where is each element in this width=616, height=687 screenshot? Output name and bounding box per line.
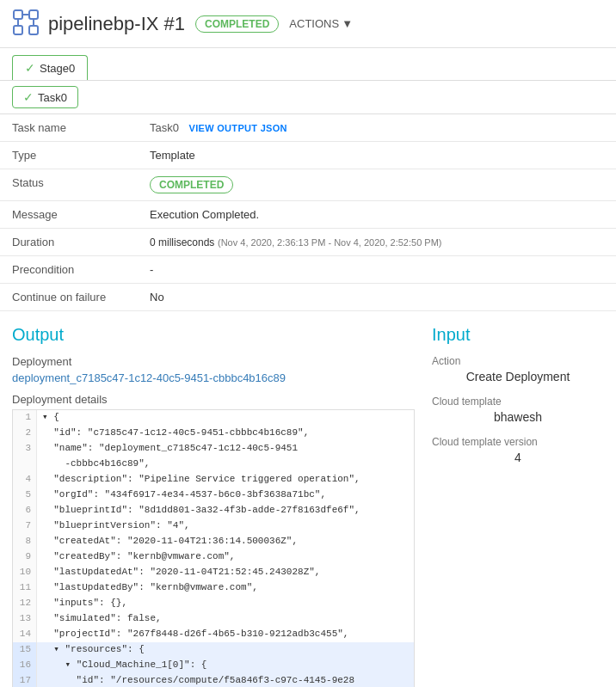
code-line: 12 "inputs": {}, bbox=[13, 596, 414, 611]
input-title: Input bbox=[432, 325, 604, 345]
actions-button[interactable]: ACTIONS ▼ bbox=[289, 17, 353, 30]
code-line: 2 "id": "c7185c47-1c12-40c5-9451-cbbbc4b… bbox=[13, 426, 414, 441]
line-number: 16 bbox=[13, 658, 37, 673]
status-badge-completed: COMPLETED bbox=[150, 176, 233, 193]
code-line: -cbbbc4b16c89", bbox=[13, 457, 414, 472]
line-number: 5 bbox=[13, 488, 37, 503]
view-output-json-link[interactable]: VIEW OUTPUT JSON bbox=[189, 123, 287, 133]
line-number: 8 bbox=[13, 534, 37, 549]
svg-rect-0 bbox=[14, 10, 22, 19]
continue-failure-label: Continue on failure bbox=[0, 284, 138, 311]
line-number: 13 bbox=[13, 611, 37, 627]
task-name-value[interactable]: Task0 bbox=[150, 121, 179, 134]
cloud-template-label: Cloud template bbox=[432, 396, 604, 408]
stage0-label: Stage0 bbox=[40, 62, 75, 75]
pipeline-icon bbox=[12, 9, 40, 39]
line-content: "id": "/resources/compute/f5a846f3-c97c-… bbox=[37, 673, 414, 687]
line-number: 14 bbox=[13, 627, 37, 642]
input-section: Input Action Create Deployment Cloud tem… bbox=[432, 325, 604, 687]
code-line: 6 "blueprintId": "8d1dd801-3a32-4f3b-add… bbox=[13, 503, 414, 518]
cloud-template-group: Cloud template bhawesh bbox=[432, 396, 604, 424]
task-check-icon: ✓ bbox=[23, 90, 34, 104]
line-number: 2 bbox=[13, 426, 37, 441]
line-number bbox=[13, 457, 37, 472]
duration-range: (Nov 4, 2020, 2:36:13 PM - Nov 4, 2020, … bbox=[218, 237, 441, 248]
cloud-template-version-value: 4 bbox=[432, 451, 604, 464]
type-row: Type Template bbox=[0, 142, 616, 169]
cloud-template-version-label: Cloud template version bbox=[432, 436, 604, 448]
output-input-container: Output Deployment deployment_c7185c47-1c… bbox=[0, 325, 616, 687]
line-content: ▾ { bbox=[37, 410, 414, 426]
deployment-link[interactable]: deployment_c7185c47-1c12-40c5-9451-cbbbc… bbox=[12, 371, 415, 384]
action-label: Action bbox=[432, 355, 604, 367]
line-content: "blueprintId": "8d1dd801-3a32-4f3b-adde-… bbox=[37, 503, 414, 518]
line-number: 10 bbox=[13, 565, 37, 580]
code-line: 11 "lastUpdatedBy": "kernb@vmware.com", bbox=[13, 580, 414, 596]
code-line: 7 "blueprintVersion": "4", bbox=[13, 518, 414, 534]
line-number: 9 bbox=[13, 549, 37, 565]
status-label: Status bbox=[0, 169, 138, 201]
details-table: Task name Task0 VIEW OUTPUT JSON Type Te… bbox=[0, 114, 616, 311]
line-content: -cbbbc4b16c89", bbox=[37, 457, 414, 472]
stage0-tab[interactable]: ✓ Stage0 bbox=[12, 55, 88, 80]
line-number: 11 bbox=[13, 580, 37, 596]
line-content: ▾ "Cloud_Machine_1[0]": { bbox=[37, 658, 414, 673]
code-line: 14 "projectId": "267f8448-d26f-4b65-b310… bbox=[13, 627, 414, 642]
deployment-label: Deployment bbox=[12, 355, 415, 368]
message-value: Execution Completed. bbox=[138, 201, 616, 229]
code-line: 8 "createdAt": "2020-11-04T21:36:14.5000… bbox=[13, 534, 414, 549]
precondition-label: Precondition bbox=[0, 256, 138, 284]
line-number: 15 bbox=[13, 642, 37, 658]
line-content: "orgId": "434f6917-4e34-4537-b6c0-3bf363… bbox=[37, 488, 414, 503]
line-number: 1 bbox=[13, 410, 37, 426]
page-header: pipelinebp-IX #1 COMPLETED ACTIONS ▼ bbox=[0, 0, 616, 48]
svg-rect-2 bbox=[14, 26, 22, 34]
code-line: 1▾ { bbox=[13, 410, 414, 426]
duration-value: 0 milliseconds bbox=[150, 236, 214, 248]
code-line: 17 "id": "/resources/compute/f5a846f3-c9… bbox=[13, 673, 414, 687]
line-content: "lastUpdatedAt": "2020-11-04T21:52:45.24… bbox=[37, 565, 414, 580]
line-number: 3 bbox=[13, 441, 37, 457]
code-line: 3 "name": "deployment_c7185c47-1c12-40c5… bbox=[13, 441, 414, 457]
svg-rect-3 bbox=[29, 26, 38, 34]
task0-tab[interactable]: ✓ Task0 bbox=[12, 86, 78, 108]
stage-tabs: ✓ Stage0 bbox=[0, 48, 616, 81]
code-line: 16 ▾ "Cloud_Machine_1[0]": { bbox=[13, 658, 414, 673]
line-content: "lastUpdatedBy": "kernb@vmware.com", bbox=[37, 580, 414, 596]
line-number: 7 bbox=[13, 518, 37, 534]
deployment-details-label: Deployment details bbox=[12, 393, 415, 406]
code-line: 15 ▾ "resources": { bbox=[13, 642, 414, 658]
action-group: Action Create Deployment bbox=[432, 355, 604, 383]
type-value: Template bbox=[138, 142, 616, 169]
continue-failure-value: No bbox=[138, 284, 616, 311]
line-content: "projectId": "267f8448-d26f-4b65-b310-92… bbox=[37, 627, 414, 642]
line-content: ▾ "resources": { bbox=[37, 642, 414, 658]
precondition-row: Precondition - bbox=[0, 256, 616, 284]
output-title: Output bbox=[12, 325, 415, 345]
task0-label: Task0 bbox=[38, 91, 67, 104]
action-value: Create Deployment bbox=[432, 370, 604, 383]
code-line: 10 "lastUpdatedAt": "2020-11-04T21:52:45… bbox=[13, 565, 414, 580]
svg-rect-1 bbox=[29, 10, 38, 19]
message-label: Message bbox=[0, 201, 138, 229]
line-content: "blueprintVersion": "4", bbox=[37, 518, 414, 534]
line-content: "createdAt": "2020-11-04T21:36:14.500036… bbox=[37, 534, 414, 549]
message-row: Message Execution Completed. bbox=[0, 201, 616, 229]
line-content: "description": "Pipeline Service trigger… bbox=[37, 472, 414, 488]
code-block[interactable]: 1▾ {2 "id": "c7185c47-1c12-40c5-9451-cbb… bbox=[12, 409, 415, 687]
cloud-template-value: bhawesh bbox=[432, 410, 604, 424]
line-content: "inputs": {}, bbox=[37, 596, 414, 611]
type-label: Type bbox=[0, 142, 138, 169]
code-line: 5 "orgId": "434f6917-4e34-4537-b6c0-3bf3… bbox=[13, 488, 414, 503]
output-section: Output Deployment deployment_c7185c47-1c… bbox=[12, 325, 415, 687]
line-number: 4 bbox=[13, 472, 37, 488]
line-content: "id": "c7185c47-1c12-40c5-9451-cbbbc4b16… bbox=[37, 426, 414, 441]
task-name-row: Task name Task0 VIEW OUTPUT JSON bbox=[0, 114, 616, 142]
duration-label: Duration bbox=[0, 229, 138, 256]
status-row: Status COMPLETED bbox=[0, 169, 616, 201]
precondition-value: - bbox=[138, 256, 616, 284]
chevron-down-icon: ▼ bbox=[342, 17, 353, 30]
code-line: 4 "description": "Pipeline Service trigg… bbox=[13, 472, 414, 488]
continue-failure-row: Continue on failure No bbox=[0, 284, 616, 311]
page-title: pipelinebp-IX #1 bbox=[48, 13, 185, 35]
